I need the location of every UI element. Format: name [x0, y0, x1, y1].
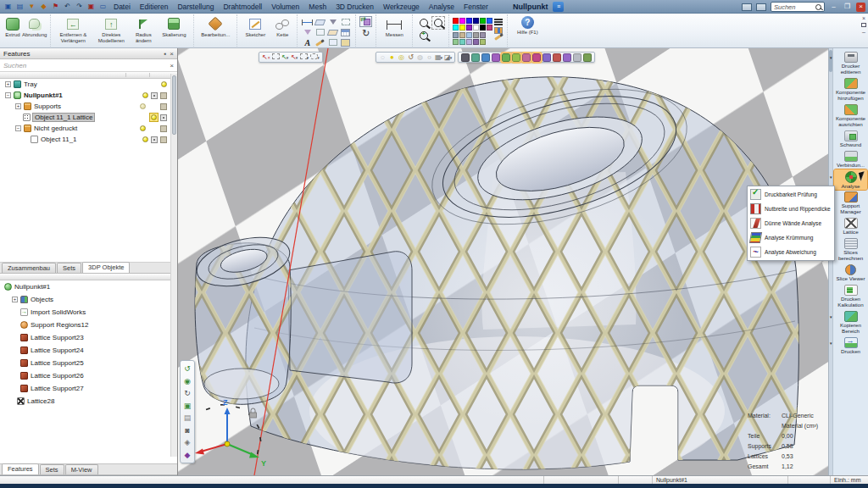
visibility-bulb-icon[interactable] [161, 81, 167, 87]
section-view-icon[interactable]: ▤ [182, 413, 192, 423]
update-model-icon[interactable] [359, 16, 372, 27]
zoom-icon[interactable] [420, 19, 428, 27]
monitor-icon[interactable]: ▭ [98, 2, 108, 11]
scrollbar-thumb[interactable] [172, 75, 176, 135]
visibility-bulb-icon[interactable] [140, 103, 146, 109]
render-mode-icon[interactable]: ◪▾ [444, 53, 452, 62]
sidebar-item-support-manager[interactable]: Support Manager [834, 190, 867, 216]
color-swatch[interactable] [459, 18, 465, 24]
obj-row-import[interactable]: Import SolidWorks [0, 306, 177, 319]
frame-icon[interactable] [342, 19, 350, 25]
tool-icon-8-active[interactable] [532, 53, 541, 62]
tree-row-supports[interactable]: + Supports [0, 101, 177, 112]
line-style-icon[interactable] [494, 19, 503, 20]
color-swatch[interactable] [466, 39, 472, 45]
menu-item-nutbreite[interactable]: Nutbreite und Rippendicke [748, 202, 833, 216]
select-visible-icon[interactable]: ◉ [182, 376, 192, 386]
color-swatch[interactable] [487, 18, 492, 24]
paint-brush-icon[interactable] [494, 33, 504, 41]
ribbon-restore-icon[interactable] [861, 23, 866, 27]
color-swatch[interactable] [480, 32, 486, 38]
color-swatch[interactable] [453, 18, 459, 24]
expander-icon[interactable]: + [15, 103, 21, 109]
balloon-icon[interactable] [327, 30, 339, 36]
expander-icon[interactable]: − [5, 92, 11, 98]
menu-3d-drucken[interactable]: 3D Drucken [335, 3, 375, 11]
note-icon[interactable] [329, 39, 337, 46]
viewport-3d[interactable]: Z X Y ↖× ↖▾ ↖▾ ▾ ▾ ◌ ● ◎ ↺ ◍ ○ ▦▾ ◪▾ [178, 48, 828, 475]
shade-icon[interactable]: ◍ [416, 53, 424, 62]
tab-zusammenbau[interactable]: Zusammenbau [2, 263, 56, 273]
menu-drahtmodell[interactable]: Drahtmodell [222, 3, 263, 11]
tree-row-tray[interactable]: + Tray [0, 79, 177, 90]
projection-icon[interactable]: ◈ [182, 437, 192, 447]
tool-icon-5-active[interactable] [502, 53, 510, 62]
expand-arrow-icon[interactable]: ▾ [830, 56, 832, 61]
help-button[interactable]: ? Hilfe (F1) [511, 16, 543, 36]
color-swatch[interactable] [473, 18, 479, 24]
color-swatch[interactable] [473, 39, 479, 45]
visibility-bulb-icon[interactable] [151, 114, 157, 120]
view-box-icon[interactable] [151, 92, 158, 99]
obj-row-lattice-support[interactable]: Lattice Support25 [0, 357, 177, 369]
color-swatch[interactable] [473, 25, 479, 30]
fillet-button[interactable]: Abrundung [22, 16, 47, 38]
sidebar-item-komponente-ausrichten[interactable]: Komponente ausrichten [834, 103, 867, 129]
print-state-icon[interactable] [160, 103, 167, 110]
tab-sets-bottom[interactable]: Sets [40, 464, 64, 474]
style-icon[interactable] [756, 3, 766, 11]
tool-icon-10[interactable] [553, 53, 561, 62]
tab-m-view[interactable]: M-View [65, 464, 98, 474]
menu-analyse[interactable]: Analyse [428, 3, 455, 11]
visibility-bulb-icon[interactable] [142, 92, 148, 98]
sidebar-item-drucken-kalkulation[interactable]: Drucken Kalkulation [834, 283, 867, 309]
close-button[interactable]: × [856, 3, 865, 12]
history-icon[interactable]: ↻ [362, 28, 370, 39]
view-box-icon[interactable] [151, 136, 158, 143]
menu-fenster[interactable]: Fenster [463, 3, 489, 11]
minimize-button[interactable]: – [829, 3, 838, 12]
panel-scrollbar[interactable] [170, 74, 177, 457]
menu-volumen[interactable]: Volumen [270, 3, 300, 11]
color-swatch[interactable] [487, 25, 492, 30]
menu-mesh[interactable]: Mesh [308, 3, 327, 11]
search-input[interactable]: Suchen [771, 2, 825, 12]
change-radius-button[interactable]: Radius ändern [131, 16, 156, 44]
export-icon[interactable]: ◆ [39, 2, 48, 11]
tool-icon-9[interactable] [542, 53, 551, 62]
menu-item-duenne-waende[interactable]: Dünne Wände Analyse [748, 216, 833, 230]
expander-icon[interactable]: − [15, 125, 21, 131]
tool-icon-12[interactable] [573, 53, 581, 62]
obj-row-lattice28[interactable]: Lattice28 [0, 395, 177, 408]
extrude-button[interactable]: Extrud [5, 16, 20, 38]
print-state-icon[interactable] [160, 136, 167, 143]
box-select-icon[interactable] [316, 29, 325, 36]
sidebar-item-drucken[interactable]: ▾ Drucken [834, 336, 867, 356]
markup-pen-icon[interactable] [315, 39, 325, 47]
tool-icon-11[interactable] [563, 53, 571, 62]
sidebar-item-slice-viewer[interactable]: Slice Viewer [834, 263, 867, 283]
obj-row-region[interactable]: Support Regions12 [0, 319, 177, 331]
window-select-icon[interactable] [272, 53, 280, 62]
pan-icon[interactable]: ↺ [182, 363, 192, 374]
zoom-window-icon[interactable] [434, 19, 442, 27]
color-swatch[interactable] [480, 18, 486, 24]
tool-icon-6-active[interactable] [512, 53, 520, 62]
tool-icon-1[interactable] [461, 53, 470, 62]
undo-icon[interactable]: ↶ [63, 2, 72, 11]
menu-datei[interactable]: Datei [113, 3, 131, 11]
color-swatch[interactable] [480, 25, 486, 30]
obj-row-lattice-support[interactable]: Lattice Support24 [0, 344, 177, 357]
tab-3dp-objekte[interactable]: 3DP Objekte [82, 262, 130, 273]
label-shape-icon[interactable] [314, 19, 326, 25]
expander-icon[interactable]: + [12, 297, 18, 302]
record-icon[interactable]: ▣ [86, 2, 96, 11]
lasso-select-icon[interactable]: ▾ [310, 53, 320, 62]
zoom-in-icon[interactable] [420, 31, 428, 40]
color-swatch[interactable] [473, 32, 479, 38]
ribbon-close-icon[interactable]: × [862, 15, 865, 21]
tree-row-lattice-selected[interactable]: Object 11_1 Lattice [0, 112, 177, 123]
wireframe-icon[interactable]: ○ [426, 53, 433, 62]
sidebar-item-kopieren-bereich[interactable]: ▾ Kopieren Bereich [834, 309, 867, 336]
camera-icon[interactable]: ◙ [182, 425, 192, 435]
